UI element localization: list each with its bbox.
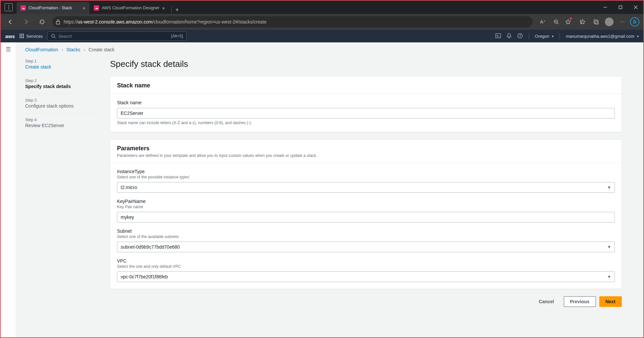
url-field[interactable]: https://us-west-2.console.aws.amazon.com… — [52, 16, 533, 27]
arrow-left-icon — [7, 19, 13, 25]
browser-titlebar: ☁ CloudFormation - Stack × ☁ AWS CloudFo… — [1, 1, 643, 14]
browser-tab-title: AWS CloudFormation Designer — [102, 6, 159, 10]
chevron-right-icon: › — [84, 47, 85, 52]
window-maximize-button[interactable] — [613, 1, 628, 14]
magnifier-minus-icon — [554, 19, 559, 24]
param-desc-instancetype: Select one of the possible instance type… — [117, 175, 615, 179]
search-icon — [51, 34, 56, 38]
url-text: https://us-west-2.console.aws.amazon.com… — [64, 19, 266, 24]
chevron-down-icon: ▼ — [607, 274, 611, 279]
vpc-select[interactable]: vpc-0c7f7be20f1f86feb ▼ — [117, 271, 615, 282]
tab-close-icon[interactable]: × — [162, 5, 165, 11]
bell-icon — [507, 33, 511, 38]
extensions-icon — [593, 19, 599, 24]
notifications-button[interactable] — [507, 33, 511, 39]
star-icon — [565, 19, 571, 24]
stack-name-label: Stack name — [117, 100, 615, 105]
collections-button[interactable] — [577, 16, 588, 27]
zoom-icon[interactable] — [551, 16, 562, 27]
region-selector[interactable]: Oregon — [535, 34, 554, 39]
lock-icon — [56, 19, 60, 24]
breadcrumb-stacks[interactable]: Stacks — [66, 47, 80, 52]
tab-actions-icon[interactable] — [5, 3, 13, 11]
grid-icon — [20, 34, 24, 38]
nav-refresh-button[interactable] — [36, 16, 48, 27]
favorites-button[interactable] — [564, 16, 575, 27]
avatar-icon — [605, 18, 614, 26]
subnet-select[interactable]: subnet-0d9b9c77bdd70e680 ▼ — [117, 242, 615, 252]
breadcrumb: CloudFormation › Stacks › Create stack — [25, 47, 622, 52]
stack-name-input[interactable] — [117, 108, 615, 119]
nav-forward-button[interactable] — [21, 16, 32, 27]
browser-tab-inactive[interactable]: ☁ AWS CloudFormation Designer × — [90, 2, 169, 14]
cancel-button[interactable]: Cancel — [533, 296, 560, 307]
chevron-down-icon: ▼ — [607, 245, 611, 249]
nav-separator — [559, 33, 560, 39]
instance-type-select[interactable]: t2.micro ▼ — [117, 182, 615, 193]
wizard-step-3: Step 3 Configure stack options — [25, 94, 98, 113]
wizard-step-title: Review EC2Server — [25, 123, 98, 128]
wizard-step-num: Step 2 — [25, 78, 98, 83]
parameters-panel: Parameters Parameters are defined in you… — [110, 139, 622, 289]
wizard-step-1[interactable]: Step 1 Create stack — [25, 58, 98, 74]
cloudshell-icon — [496, 33, 501, 38]
previous-button[interactable]: Previous — [564, 296, 596, 307]
close-icon — [634, 5, 638, 9]
tab-close-icon[interactable]: × — [83, 5, 86, 11]
param-label-vpc: VPC — [117, 258, 615, 264]
cloudshell-button[interactable] — [496, 33, 501, 39]
wizard-step-4: Step 4 Review EC2Server — [25, 113, 98, 133]
search-hint: [Alt+S] — [171, 34, 183, 38]
breadcrumb-root[interactable]: CloudFormation — [25, 47, 58, 52]
bing-chat-button[interactable]: b — [630, 17, 639, 26]
sidebar-toggle-button[interactable]: ☰ — [6, 46, 11, 337]
param-desc-subnet: Select one of the available subnets — [117, 234, 615, 239]
svg-text:?: ? — [519, 34, 521, 38]
wizard-step-title: Create stack — [25, 64, 98, 70]
wizard-step-num: Step 1 — [25, 59, 98, 64]
search-placeholder: Search — [58, 34, 72, 39]
profile-button[interactable] — [604, 16, 615, 27]
extensions-button[interactable] — [590, 16, 602, 27]
minimize-icon — [603, 5, 607, 9]
aws-logo[interactable]: aws — [5, 33, 15, 39]
aws-search-input[interactable]: Search [Alt+S] — [47, 31, 187, 41]
wizard-step-num: Step 4 — [25, 118, 98, 122]
maximize-icon — [618, 5, 622, 9]
window-close-button[interactable] — [628, 1, 643, 14]
select-value: subnet-0d9b9c77bdd70e680 — [121, 244, 180, 250]
account-menu[interactable]: manumanjunatha.aws1@gmail.com — [566, 34, 639, 39]
svg-rect-9 — [594, 20, 597, 23]
panel-subtitle: Parameters are defined in your template … — [117, 153, 615, 158]
wizard-step-title: Configure stack options — [25, 103, 98, 109]
window-minimize-button[interactable] — [598, 1, 613, 14]
select-value: vpc-0c7f7be20f1f86feb — [121, 274, 168, 279]
param-label-subnet: Subnet — [117, 228, 615, 234]
stack-name-panel: Stack name Stack name Stack name can inc… — [110, 76, 622, 132]
read-aloud-icon[interactable]: A⁺ — [537, 16, 549, 27]
svg-rect-10 — [595, 21, 598, 24]
wizard-step-title: Specify stack details — [25, 84, 98, 89]
select-value: t2.micro — [121, 185, 137, 190]
chevron-right-icon: › — [62, 47, 63, 52]
wizard-step-2[interactable]: Step 2 Specify stack details — [25, 74, 98, 94]
collections-icon — [580, 19, 585, 24]
more-button[interactable]: ⋯ — [617, 16, 628, 27]
services-menu[interactable]: Services — [20, 34, 43, 39]
favicon-icon: ☁ — [94, 5, 99, 11]
svg-line-12 — [54, 37, 55, 38]
browser-tab-active[interactable]: ☁ CloudFormation - Stack × — [17, 2, 89, 14]
new-tab-button[interactable]: + — [171, 6, 183, 14]
svg-rect-4 — [56, 22, 60, 24]
footer-actions: Cancel Previous Next — [110, 296, 622, 307]
nav-back-button[interactable] — [5, 16, 16, 27]
next-button[interactable]: Next — [599, 296, 622, 307]
favicon-icon: ☁ — [21, 5, 26, 11]
keypair-input[interactable] — [117, 212, 615, 222]
stack-name-help: Stack name can include letters (A-Z and … — [117, 121, 615, 125]
chevron-down-icon: ▼ — [607, 185, 611, 190]
panel-title: Stack name — [117, 82, 615, 89]
help-button[interactable]: ? — [517, 33, 523, 39]
nav-separator — [529, 33, 529, 39]
param-desc-vpc: Select the one and only default VPC — [117, 264, 615, 269]
